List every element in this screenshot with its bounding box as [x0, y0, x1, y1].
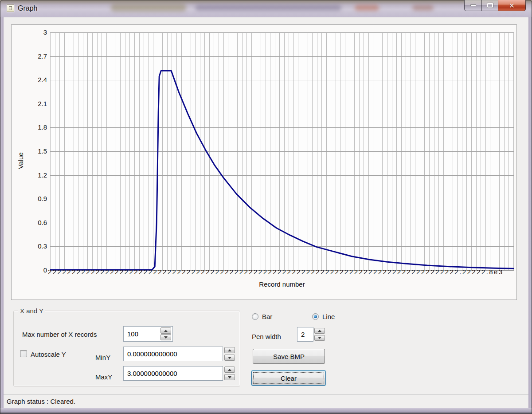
x-axis-ticks: 2222222222222222222222222222222222222222… — [48, 268, 516, 277]
spin-up-button[interactable] — [224, 347, 235, 353]
y-tick-label: 1.8 — [20, 123, 47, 131]
pen-width-field — [297, 327, 313, 342]
status-bar: Graph status : Cleared. — [4, 394, 528, 408]
plot-area — [50, 32, 514, 271]
clear-button[interactable]: Clear — [251, 371, 326, 386]
y-tick-label: 3 — [20, 28, 47, 36]
maximize-button[interactable] — [481, 0, 498, 11]
maxy-field — [123, 366, 223, 381]
max-x-records-label: Max number of X records — [22, 331, 97, 338]
y-tick-label: 0.3 — [20, 242, 47, 250]
minimize-button[interactable] — [464, 0, 481, 11]
spin-down-icon — [318, 337, 321, 339]
miny-field — [123, 347, 223, 361]
y-tick-label: 2.1 — [20, 100, 47, 108]
spin-down-button[interactable] — [314, 335, 325, 341]
glass-artifact — [111, 4, 186, 12]
spin-up-icon — [228, 349, 231, 351]
glass-artifact — [195, 5, 341, 11]
glass-artifact — [355, 5, 379, 11]
window-controls: ✕ — [464, 0, 526, 11]
line-chart — [50, 32, 514, 271]
spin-up-button[interactable] — [314, 328, 325, 334]
focus-rectangle — [253, 372, 324, 384]
bar-radio[interactable] — [252, 313, 258, 320]
y-tick-label: 0 — [20, 266, 47, 274]
miny-input[interactable] — [124, 347, 223, 361]
pen-width-input[interactable] — [297, 327, 313, 341]
maxy-spinner — [224, 367, 235, 380]
x-axis-title: Record number — [50, 280, 514, 288]
max-x-records-field — [123, 326, 173, 342]
save-bmp-button[interactable]: Save BMP — [253, 349, 325, 364]
spin-up-icon — [318, 330, 321, 332]
spin-down-icon — [164, 336, 168, 339]
app-icon — [7, 4, 14, 12]
glass-artifact — [412, 5, 434, 11]
y-tick-label: 2.4 — [20, 76, 47, 84]
chart-panel: 32.72.42.11.81.51.20.90.60.30 Value 2222… — [11, 24, 517, 300]
spin-up-icon — [164, 330, 168, 332]
minimize-icon — [470, 4, 476, 6]
graph-window: Graph ✕ 32.72.42.11.81.51.20.90.60.30 Va… — [0, 0, 532, 414]
group-box-label: X and Y — [18, 307, 45, 315]
pen-width-spinner — [314, 328, 325, 341]
window-frame-right — [528, 17, 532, 408]
autoscale-y-label: Autoscale Y — [31, 351, 66, 358]
pen-width-label: Pen width — [252, 333, 281, 340]
line-radio-label: Line — [322, 313, 335, 320]
spin-down-button[interactable] — [224, 374, 235, 380]
spin-down-icon — [228, 357, 231, 359]
y-tick-label: 0.6 — [20, 219, 47, 227]
line-radio[interactable] — [312, 313, 319, 320]
spin-down-icon — [228, 376, 231, 379]
spin-down-button[interactable] — [224, 355, 235, 361]
spin-up-button[interactable] — [160, 327, 171, 334]
max-x-records-spinner — [160, 327, 171, 340]
spin-up-button[interactable] — [224, 367, 235, 373]
spin-up-icon — [228, 369, 231, 371]
client-area: 32.72.42.11.81.51.20.90.60.30 Value 2222… — [4, 17, 528, 408]
window-frame-left — [0, 17, 4, 408]
miny-spinner — [224, 347, 235, 361]
maxy-label: MaxY — [95, 373, 112, 381]
window-frame-bottom — [0, 408, 532, 414]
miny-label: MinY — [95, 354, 110, 361]
spin-down-button[interactable] — [160, 334, 171, 340]
bar-radio-label: Bar — [262, 313, 272, 320]
y-tick-label: 2.7 — [20, 52, 47, 60]
close-button[interactable]: ✕ — [498, 0, 526, 11]
status-text: Graph status : Cleared. — [7, 398, 75, 405]
y-tick-label: 0.9 — [20, 195, 47, 203]
maximize-icon — [487, 3, 493, 8]
window-title: Graph — [18, 4, 37, 12]
y-axis-title: Value — [17, 141, 26, 181]
autoscale-y-checkbox[interactable] — [20, 350, 27, 357]
close-icon: ✕ — [509, 2, 515, 9]
maxy-input[interactable] — [124, 367, 223, 380]
save-bmp-button-label: Save BMP — [273, 353, 305, 360]
titlebar[interactable]: Graph — [0, 0, 532, 17]
